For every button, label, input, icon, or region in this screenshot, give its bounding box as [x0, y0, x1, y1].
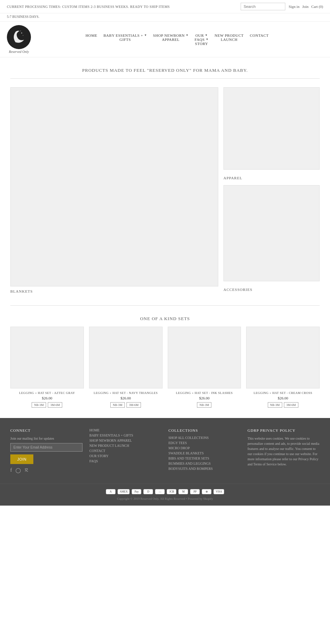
- payment-jcb: JCB: [167, 489, 176, 494]
- nav-apparel-label[interactable]: APPAREL: [162, 37, 179, 42]
- featured-left: BLANKETS: [10, 87, 218, 295]
- footer-gdrp-title: GDRP PRIVACY POLICY: [248, 428, 320, 432]
- footer-connect-col: CONNECT Join our mailing list for update…: [10, 428, 82, 473]
- featured-grid: BLANKETS APPAREL ACCESSORIES: [0, 87, 330, 302]
- cart-link[interactable]: Cart (0): [311, 4, 323, 9]
- join-button[interactable]: Join: [10, 454, 33, 464]
- product-image-3[interactable]: [168, 327, 241, 388]
- sign-in-link[interactable]: Sign in: [289, 4, 299, 9]
- payment-diners: D: [143, 489, 153, 494]
- apparel-image-bottom[interactable]: [223, 185, 320, 281]
- logo-icon[interactable]: [7, 25, 31, 49]
- size-badge[interactable]: NB-3M: [268, 402, 282, 408]
- join-link[interactable]: Join: [302, 4, 308, 9]
- nav-baby-essentials-label[interactable]: BABY ESSENTIALS +: [103, 33, 143, 37]
- nav-faqs-label[interactable]: FAQS: [195, 37, 205, 42]
- payment-visa: VISA: [213, 489, 224, 494]
- product-image-4[interactable]: [246, 327, 320, 388]
- nav-story-label[interactable]: STORY: [195, 42, 208, 46]
- product-image-2[interactable]: [89, 327, 163, 388]
- footer-email-input[interactable]: [10, 443, 82, 452]
- product-card: LEGGING + HAT SET - NAVY TRIANGLES $26.0…: [89, 327, 163, 408]
- banner-text: CURRENT PROCESSING TIMES: CUSTOM ITEMS 2…: [7, 4, 170, 9]
- footer-nav-story[interactable]: OUR STORY: [89, 454, 162, 458]
- nav-home[interactable]: HOME: [86, 33, 97, 37]
- footer-nav-col: HOME BABY ESSENTIALS + GIFTS SHOP NEWBOR…: [89, 428, 162, 473]
- payment-gpay: ⊕: [202, 489, 211, 494]
- footer-collection-bibs[interactable]: BIBS AND TEETHER SETS: [168, 456, 241, 460]
- product-card: LEGGING + HAT SET - AZTEC GRAY $26.00 NB…: [10, 327, 84, 408]
- footer-collection-tees[interactable]: EDGY TEES: [168, 441, 241, 445]
- footer-nav-baby[interactable]: BABY ESSENTIALS + GIFTS: [89, 433, 162, 437]
- products-grid: LEGGING + HAT SET - AZTEC GRAY $26.00 NB…: [0, 327, 330, 418]
- product-sizes-4: NB-3M 3M-6M: [246, 402, 320, 408]
- size-badge[interactable]: 3M-6M: [284, 402, 298, 408]
- logo-area: Reserved Only: [7, 25, 31, 54]
- footer-connect-text: Join our mailing list for updates: [10, 436, 82, 441]
- svg-point-3: [20, 31, 21, 31]
- product-sizes-3: NB-3M: [168, 402, 241, 408]
- footer-connect-title: CONNECT: [10, 428, 82, 432]
- blankets-image[interactable]: [10, 87, 218, 286]
- product-card: LEGGING + HAT SET - CREAM CROSS $26.00 N…: [246, 327, 320, 408]
- footer-collection-swaddle[interactable]: SWADDLE BLANKETS: [168, 451, 241, 455]
- logo-text: Reserved Only: [9, 50, 29, 54]
- facebook-icon[interactable]: f: [10, 467, 12, 473]
- apparel-label: APPAREL: [223, 173, 320, 182]
- footer-collections-title: COLLECTIONS: [168, 428, 241, 432]
- payment-mastercard: M: [178, 489, 188, 494]
- instagram-icon[interactable]: ◯: [15, 467, 21, 473]
- footer-nav-home[interactable]: HOME: [89, 428, 162, 432]
- section-divider: [10, 305, 320, 306]
- payment-applepay: Pay: [132, 489, 141, 494]
- nav-launch-label[interactable]: LAUNCH: [221, 37, 238, 42]
- payment-elo: —: [155, 489, 165, 494]
- navbar: Reserved Only HOME BABY ESSENTIALS + ▼ G…: [0, 22, 330, 57]
- svg-point-1: [21, 33, 22, 34]
- footer-nav-faqs[interactable]: FAQs: [89, 459, 162, 463]
- nav-our-story: OUR ▼ FAQS ▼ STORY: [195, 33, 208, 46]
- footer-collection-bodysuits[interactable]: BODYSUITS AND ROMPERS: [168, 467, 241, 471]
- product-name-3: LEGGING + HAT SET - INK SLASHES: [168, 391, 241, 395]
- payment-footer: A AMEX Pay D — JCB M PP ⊕ VISA Copyright…: [0, 484, 330, 506]
- footer-collections-col: COLLECTIONS SHOP ALL COLLECTIONS EDGY TE…: [168, 428, 241, 473]
- product-sizes-2: NB-3M 3M-6M: [89, 402, 163, 408]
- social-icons: f ◯ 𝓡: [10, 467, 82, 473]
- chevron-down-icon-3: ▼: [205, 34, 208, 37]
- footer-collection-all[interactable]: SHOP ALL COLLECTIONS: [168, 436, 241, 440]
- nav-new-product: NEW PRODUCT LAUNCH: [214, 33, 243, 42]
- size-badge[interactable]: NB-3M: [110, 402, 125, 408]
- nav-contact[interactable]: CONTACT: [250, 33, 269, 37]
- product-price-1: $26.00: [10, 396, 84, 400]
- size-badge[interactable]: 3M-6M: [48, 402, 62, 408]
- payment-amex: AMEX: [118, 489, 130, 494]
- footer-nav-contact[interactable]: CONTACT: [89, 449, 162, 453]
- featured-right: APPAREL ACCESSORIES: [223, 87, 320, 295]
- footer-collection-micro[interactable]: MICRO DROP: [168, 446, 241, 450]
- blankets-label: BLANKETS: [10, 286, 218, 295]
- nav-shop-newborn-label[interactable]: SHOP NEWBORN: [153, 33, 185, 37]
- size-badge[interactable]: 3M-6M: [126, 402, 141, 408]
- product-image-1[interactable]: [10, 327, 84, 388]
- product-price-2: $26.00: [89, 396, 163, 400]
- nav-our-label[interactable]: OUR: [195, 33, 204, 37]
- nav-links: HOME BABY ESSENTIALS + ▼ GIFTS SHOP NEWB…: [31, 33, 323, 46]
- apparel-image-top[interactable]: [223, 87, 320, 170]
- size-badge[interactable]: NB-3M: [197, 402, 211, 408]
- search-input[interactable]: [241, 3, 285, 10]
- size-badge[interactable]: NB-3M: [32, 402, 46, 408]
- banner-text-1: CURRENT PROCESSING TIMES: CUSTOM ITEMS 2…: [7, 5, 170, 9]
- product-name-1: LEGGING + HAT SET - AZTEC GRAY: [10, 391, 84, 395]
- footer-nav-new[interactable]: NEW PRODUCT LAUNCH: [89, 444, 162, 448]
- footer-nav-shop[interactable]: SHOP NEWBORN APPAREL: [89, 439, 162, 442]
- nav-new-product-label[interactable]: NEW PRODUCT: [214, 33, 243, 37]
- product-price-4: $26.00: [246, 396, 320, 400]
- product-name-2: LEGGING + HAT SET - NAVY TRIANGLES: [89, 391, 163, 395]
- pinterest-icon[interactable]: 𝓡: [24, 467, 28, 473]
- footer-gdrp-text: This website uses cookies. We use cookie…: [248, 436, 320, 467]
- footer-gdrp-col: GDRP PRIVACY POLICY This website uses co…: [248, 428, 320, 473]
- footer-collection-bummies[interactable]: BUMMIES AND LEGGINGS: [168, 462, 241, 465]
- nav-baby-essentials: BABY ESSENTIALS + ▼ GIFTS: [103, 33, 147, 42]
- nav-gifts-label[interactable]: GIFTS: [120, 37, 131, 42]
- banner-right: Sign in Join Cart (0): [241, 3, 323, 10]
